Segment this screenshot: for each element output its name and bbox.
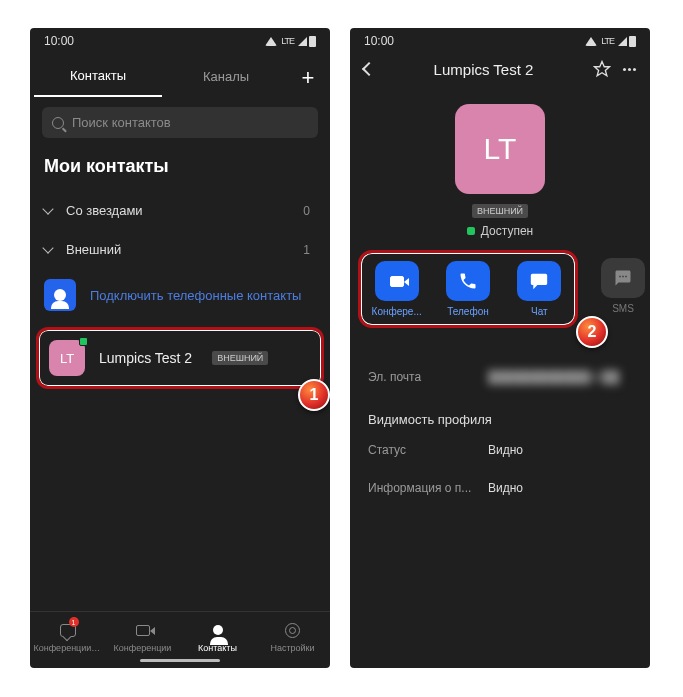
status-icons: LTE (265, 36, 316, 47)
person-icon (54, 289, 66, 301)
external-badge: ВНЕШНИЙ (212, 351, 268, 365)
avatar-initials: LT (60, 351, 74, 366)
nav-meetings-label: Конференции (114, 643, 172, 653)
action-meet-label: Конфере... (372, 306, 422, 317)
group-external[interactable]: Внешний 1 (30, 230, 330, 269)
email-label: Эл. почта (368, 370, 488, 384)
connect-icon (44, 279, 76, 311)
row-email: Эл. почта ████████████@██ (368, 358, 632, 396)
tab-channels[interactable]: Каналы (162, 59, 290, 96)
step-marker-2: 2 (576, 316, 608, 348)
phone-left: 10:00 LTE Контакты Каналы + Поиск контак… (30, 28, 330, 668)
connect-phone-contacts[interactable]: Подключить телефонные контакты (30, 269, 330, 321)
favorite-button[interactable] (593, 60, 611, 78)
chat-badge: 1 (69, 617, 79, 627)
battery-icon (309, 36, 316, 47)
avatar-initials: LT (484, 132, 517, 166)
action-sms[interactable]: SMS (594, 258, 650, 314)
info-label: Информация о п... (368, 481, 488, 495)
step-marker-1: 1 (298, 379, 330, 411)
search-icon (52, 117, 64, 129)
group-external-count: 1 (303, 243, 316, 257)
group-external-label: Внешний (66, 242, 121, 257)
search-input[interactable]: Поиск контактов (42, 107, 318, 138)
gear-icon (285, 623, 300, 638)
status-line: Доступен (350, 224, 650, 238)
profile-title: Lumpics Test 2 (382, 61, 585, 78)
phone-right: 10:00 LTE Lumpics Test 2 LT ВНЕШНИЙ Дост… (350, 28, 650, 668)
wifi-icon (585, 37, 597, 46)
wifi-icon (265, 37, 277, 46)
contact-row[interactable]: LT Lumpics Test 2 ВНЕШНИЙ (36, 327, 324, 389)
network-label: LTE (281, 36, 294, 46)
nav-meetings[interactable]: Конференции (105, 620, 180, 653)
chevron-down-icon (42, 203, 53, 214)
status-label: Статус (368, 443, 488, 457)
clock: 10:00 (364, 34, 394, 48)
action-chat-label: Чат (531, 306, 548, 317)
email-value: ████████████@██ (488, 370, 632, 384)
video-icon (390, 276, 404, 287)
profile-details: Эл. почта ████████████@██ Видимость проф… (350, 358, 650, 507)
network-label: LTE (601, 36, 614, 46)
signal-icon (298, 37, 307, 46)
clock: 10:00 (44, 34, 74, 48)
action-sms-label: SMS (612, 303, 634, 314)
profile-avatar: LT (455, 104, 545, 194)
avatar: LT (49, 340, 85, 376)
presence-indicator (79, 337, 88, 346)
sms-icon (614, 269, 632, 287)
action-row: Конфере... Телефон Чат (358, 250, 578, 328)
status-icons: LTE (585, 36, 636, 47)
action-meet[interactable]: Конфере... (369, 261, 424, 317)
status-bar: 10:00 LTE (350, 28, 650, 52)
connect-label: Подключить телефонные контакты (90, 288, 301, 303)
group-starred[interactable]: Со звездами 0 (30, 191, 330, 230)
add-button[interactable]: + (290, 65, 326, 91)
back-button[interactable] (362, 62, 376, 76)
status-text: Доступен (481, 224, 533, 238)
contact-name: Lumpics Test 2 (99, 350, 192, 366)
row-info[interactable]: Информация о п... Видно (368, 469, 632, 507)
chevron-down-icon (42, 242, 53, 253)
tab-contacts[interactable]: Контакты (34, 58, 162, 97)
action-call[interactable]: Телефон (440, 261, 495, 317)
svg-marker-0 (595, 62, 610, 76)
search-placeholder: Поиск контактов (72, 115, 171, 130)
chat-icon (529, 272, 549, 290)
profile-header: Lumpics Test 2 (350, 52, 650, 86)
battery-icon (629, 36, 636, 47)
nav-chat[interactable]: 1 Конференции и... (30, 620, 105, 653)
more-button[interactable] (619, 68, 640, 71)
info-value: Видно (488, 481, 632, 495)
status-value: Видно (488, 443, 632, 457)
presence-dot (467, 227, 475, 235)
nav-chat-label: Конференции и... (34, 643, 102, 653)
nav-contacts[interactable]: Контакты (180, 620, 255, 653)
nav-settings-label: Настройки (270, 643, 314, 653)
top-tabs: Контакты Каналы + (30, 52, 330, 97)
home-indicator (140, 659, 220, 662)
status-bar: 10:00 LTE (30, 28, 330, 52)
row-status[interactable]: Статус Видно (368, 431, 632, 469)
group-starred-count: 0 (303, 204, 316, 218)
section-title: Мои контакты (30, 148, 330, 191)
phone-icon (458, 271, 478, 291)
group-starred-label: Со звездами (66, 203, 143, 218)
visibility-header: Видимость профиля (368, 396, 632, 431)
camera-icon (136, 625, 150, 636)
external-badge: ВНЕШНИЙ (472, 204, 528, 218)
action-chat[interactable]: Чат (512, 261, 567, 317)
action-call-label: Телефон (447, 306, 488, 317)
person-icon (213, 625, 223, 635)
signal-icon (618, 37, 627, 46)
nav-settings[interactable]: Настройки (255, 620, 330, 653)
bottom-nav: 1 Конференции и... Конференции Контакты … (30, 611, 330, 655)
